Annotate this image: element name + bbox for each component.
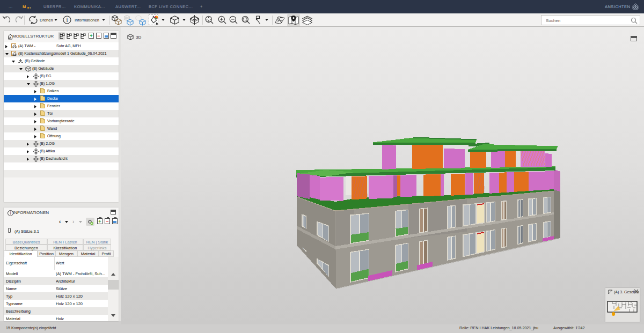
svg-text:i: i	[66, 17, 68, 23]
